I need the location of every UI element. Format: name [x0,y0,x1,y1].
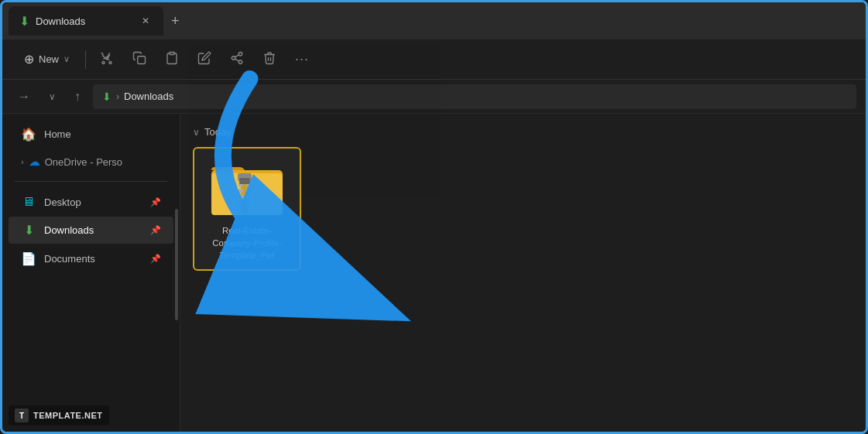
svg-point-0 [102,61,105,63]
new-plus-icon: ⊕ [24,52,34,67]
file-explorer-window: ⬇ Downloads ✕ + ⊕ New ∨ [2,2,866,432]
files-grid: Real-Estate-Company-Profile-Template_Ppt [193,147,853,271]
sidebar-item-desktop[interactable]: 🖥 Desktop 📌 [9,189,173,215]
section-collapse-icon[interactable]: ∨ [193,127,200,138]
watermark-text: TEMPLATE.NET [33,411,103,420]
dropdown-button[interactable]: ∨ [43,88,62,105]
home-icon: 🏠 [21,127,36,142]
sidebar-divider [15,181,167,182]
section-title: Today [204,126,232,138]
documents-pin-icon: 📌 [150,254,161,264]
documents-icon: 📄 [21,251,36,266]
watermark-logo: T [15,408,29,422]
svg-point-1 [109,61,112,63]
svg-point-5 [232,56,235,60]
svg-rect-2 [138,56,146,63]
file-item-zip[interactable]: Real-Estate-Company-Profile-Template_Ppt [193,147,301,271]
content-area: ∨ Today [180,114,866,432]
svg-rect-3 [170,52,174,54]
sidebar-downloads-label: Downloads [44,224,142,236]
sidebar-item-downloads[interactable]: ⬇ Downloads 📌 [9,217,173,244]
scrollbar[interactable] [175,209,178,320]
desktop-pin-icon: 📌 [150,197,161,207]
address-bar: → ∨ ↑ ⬇ › Downloads [2,80,866,114]
tab-downloads[interactable]: ⬇ Downloads ✕ [9,6,163,36]
copy-button[interactable] [125,45,154,74]
svg-rect-21 [239,178,250,184]
tab-download-icon: ⬇ [19,14,29,29]
sidebar-item-documents[interactable]: 📄 Documents 📌 [9,245,173,272]
tab-close-button[interactable]: ✕ [139,14,153,28]
desktop-icon: 🖥 [21,195,36,209]
downloads-pin-icon: 📌 [150,225,161,235]
sidebar-item-home[interactable]: 🏠 Home [9,121,173,148]
new-tab-button[interactable]: + [163,9,187,34]
up-button[interactable]: ↑ [68,87,87,107]
breadcrumb-path: Downloads [124,91,173,102]
share-button[interactable] [222,45,252,74]
sidebar-item-onedrive[interactable]: › ☁ OneDrive - Perso [9,149,173,174]
main-content: 🏠 Home › ☁ OneDrive - Perso 🖥 Desktop 📌 … [2,114,866,432]
svg-point-4 [238,52,242,56]
sidebar-documents-label: Documents [44,253,142,265]
breadcrumb-separator: › [116,91,119,102]
svg-rect-16 [246,189,251,193]
sidebar-home-label: Home [44,128,161,140]
cut-button[interactable] [92,45,122,74]
svg-line-8 [235,54,238,56]
onedrive-icon: ☁ [29,155,40,169]
svg-rect-18 [246,195,251,199]
svg-rect-19 [238,201,243,205]
new-label: New [39,53,59,65]
more-button[interactable]: ··· [287,45,317,73]
svg-rect-20 [246,201,251,205]
svg-rect-17 [238,195,243,199]
svg-point-6 [238,60,242,64]
tree-expand-icon: › [21,157,24,166]
section-header: ∨ Today [193,126,853,138]
zip-folder-icon [210,156,284,218]
delete-button[interactable] [255,45,284,74]
breadcrumb-bar[interactable]: ⬇ › Downloads [93,84,856,109]
breadcrumb-download-icon: ⬇ [102,91,112,103]
downloads-icon: ⬇ [21,223,36,238]
new-button[interactable]: ⊕ New ∨ [15,47,79,71]
svg-line-7 [235,59,238,61]
new-chevron-icon: ∨ [63,54,70,64]
tab-title: Downloads [36,15,85,27]
paste-button[interactable] [157,45,187,74]
sidebar-desktop-label: Desktop [44,196,142,208]
watermark: T TEMPLATE.NET [9,405,109,425]
folder-icon-container [210,156,284,218]
sidebar-onedrive-label: OneDrive - Perso [45,156,161,168]
back-button[interactable]: → [12,87,36,107]
rename-button[interactable] [190,45,219,74]
sidebar: 🏠 Home › ☁ OneDrive - Perso 🖥 Desktop 📌 … [2,114,180,432]
toolbar-sep-1 [85,50,86,69]
file-name-label: Real-Estate-Company-Profile-Template_Ppt [202,224,292,261]
toolbar: ⊕ New ∨ [2,39,866,80]
svg-rect-15 [238,189,243,193]
tab-bar: ⬇ Downloads ✕ + [2,2,866,39]
